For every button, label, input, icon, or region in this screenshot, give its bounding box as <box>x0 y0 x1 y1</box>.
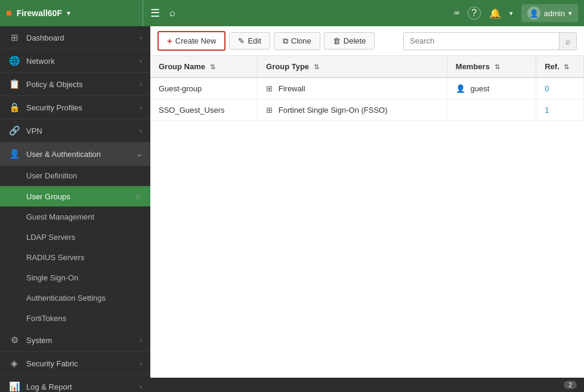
edit-label: Edit <box>248 36 261 45</box>
sidebar-item-guest-management[interactable]: Guest Management <box>0 207 150 227</box>
cell-members-2 <box>447 100 536 121</box>
clone-button[interactable]: ⧉ Clone <box>274 32 320 50</box>
clone-label: Clone <box>291 36 311 45</box>
policy-chevron: › <box>140 81 142 88</box>
cell-members-1: 👤 guest <box>447 78 536 100</box>
help-icon[interactable]: ? <box>468 7 481 20</box>
fortinet-icon: ■ <box>6 8 12 18</box>
fortitokens-label: FortiTokens <box>26 314 66 323</box>
toolbar: + Create New ✎ Edit ⧉ Clone 🗑 Delete ⌕ <box>150 26 584 56</box>
col-header-members[interactable]: Members ⇅ <box>447 56 536 78</box>
user-groups-star-icon[interactable]: ☆ <box>134 192 142 201</box>
bell-icon[interactable]: 🔔 <box>489 8 501 19</box>
sidebar-label-security-fabric: Security Fabric <box>26 359 134 368</box>
sidebar-item-policy[interactable]: 📋 Policy & Objects › <box>0 73 150 96</box>
sidebar-label-log-report: Log & Report <box>26 382 134 391</box>
plus-icon: + <box>167 36 172 46</box>
sidebar-item-security-profiles[interactable]: 🔒 Security Profiles › <box>0 96 150 119</box>
bell-chevron[interactable]: ▾ <box>509 10 513 17</box>
network-icon: 🌐 <box>8 55 20 66</box>
security-fabric-icon: ◈ <box>8 358 20 369</box>
col-header-ref[interactable]: Ref. ⇅ <box>536 56 584 78</box>
data-table: Group Name ⇅ Group Type ⇅ Members ⇅ Re <box>150 56 584 121</box>
group-type-label-1: Firewall <box>279 84 305 93</box>
sort-ref-icon: ⇅ <box>564 63 569 70</box>
search-button[interactable]: ⌕ <box>559 33 576 50</box>
edit-button[interactable]: ✎ Edit <box>229 32 270 50</box>
sidebar-label-security-profiles: Security Profiles <box>26 103 134 112</box>
ref-link-2[interactable]: 1 <box>545 106 549 115</box>
nav-search-icon[interactable]: ⌕ <box>167 5 178 21</box>
sidebar-item-user-definition[interactable]: User Definition <box>0 166 150 186</box>
dashboard-chevron: › <box>140 34 142 41</box>
cell-group-name-1: Guest-group <box>150 78 258 100</box>
sidebar-item-auth-settings[interactable]: Authentication Settings <box>0 288 150 308</box>
sidebar-item-network[interactable]: 🌐 Network › <box>0 50 150 73</box>
nav-right-section: ⌨ ? 🔔 ▾ 👤 admin ▾ <box>454 4 578 22</box>
sidebar-item-security-fabric[interactable]: ◈ Security Fabric › <box>0 352 150 375</box>
system-chevron: › <box>140 337 142 344</box>
table-header: Group Name ⇅ Group Type ⇅ Members ⇅ Re <box>150 56 584 78</box>
single-sign-on-label: Single Sign-On <box>26 273 78 282</box>
auth-settings-label: Authentication Settings <box>26 294 106 303</box>
row-count-badge: 2 <box>564 381 577 389</box>
col-header-group-type[interactable]: Group Type ⇅ <box>258 56 447 78</box>
edit-icon: ✎ <box>238 36 245 45</box>
sidebar-item-ldap-servers[interactable]: LDAP Servers <box>0 227 150 248</box>
sidebar-item-single-sign-on[interactable]: Single Sign-On <box>0 268 150 288</box>
delete-button[interactable]: 🗑 Delete <box>324 32 375 50</box>
security-fabric-chevron: › <box>140 360 142 367</box>
table-row[interactable]: SSO_Guest_Users ⊞ Fortinet Single Sign-O… <box>150 100 584 121</box>
admin-label: admin <box>544 9 565 18</box>
vpn-icon: 🔗 <box>8 125 20 136</box>
system-icon: ⚙ <box>8 335 20 345</box>
sidebar-item-system[interactable]: ⚙ System › <box>0 329 150 352</box>
log-report-icon: 📊 <box>8 381 20 392</box>
search-icon: ⌕ <box>566 36 570 46</box>
security-profiles-icon: 🔒 <box>8 102 20 113</box>
group-type-icon-1: ⊞ <box>266 84 273 93</box>
table-row[interactable]: Guest-group ⊞ Firewall 👤 guest 0 <box>150 78 584 100</box>
group-type-icon-2: ⊞ <box>266 106 273 115</box>
search-box: ⌕ <box>403 32 577 50</box>
sidebar-item-log-report[interactable]: 📊 Log & Report › <box>0 375 150 392</box>
user-auth-chevron: ⌄ <box>137 150 142 158</box>
table-body: Guest-group ⊞ Firewall 👤 guest 0 <box>150 78 584 121</box>
create-new-button[interactable]: + Create New <box>157 31 225 51</box>
cell-ref-1: 0 <box>536 78 584 100</box>
sidebar-label-vpn: VPN <box>26 126 134 135</box>
network-chevron: › <box>140 57 142 64</box>
sidebar-item-user-groups[interactable]: User Groups ☆ <box>0 186 150 207</box>
user-definition-label: User Definition <box>26 171 77 180</box>
terminal-icon[interactable]: ⌨ <box>454 8 459 18</box>
sidebar-item-radius-servers[interactable]: RADIUS Servers <box>0 248 150 268</box>
admin-button[interactable]: 👤 admin ▾ <box>521 4 578 22</box>
guest-management-label: Guest Management <box>26 212 94 221</box>
policy-icon: 📋 <box>8 79 20 89</box>
sort-members-icon: ⇅ <box>495 63 500 70</box>
sort-group-name-icon: ⇅ <box>210 63 215 70</box>
status-bar: 2 <box>150 378 584 392</box>
sidebar-item-vpn[interactable]: 🔗 VPN › <box>0 119 150 143</box>
cell-group-type-1: ⊞ Firewall <box>258 78 447 100</box>
ref-link-1[interactable]: 0 <box>545 84 549 93</box>
sidebar-item-dashboard[interactable]: ⊞ Dashboard › <box>0 26 150 50</box>
sidebar-label-system: System <box>26 336 134 345</box>
search-input[interactable] <box>404 33 559 49</box>
cell-group-name-2: SSO_Guest_Users <box>150 100 258 121</box>
vpn-chevron: › <box>140 127 142 134</box>
device-name[interactable]: Firewall60F <box>17 8 62 18</box>
device-chevron[interactable]: ▾ <box>67 9 70 17</box>
sidebar-item-fortitokens[interactable]: FortiTokens <box>0 308 150 329</box>
top-navigation: ■ Firewall60F ▾ ☰ ⌕ ⌨ ? 🔔 ▾ 👤 admin ▾ <box>0 0 584 26</box>
delete-icon: 🗑 <box>333 36 341 45</box>
radius-servers-label: RADIUS Servers <box>26 253 85 262</box>
member-icon-1: 👤 <box>456 84 465 93</box>
delete-label: Delete <box>344 36 366 45</box>
sidebar-label-dashboard: Dashboard <box>26 33 134 42</box>
security-profiles-chevron: › <box>140 104 142 111</box>
hamburger-icon[interactable]: ☰ <box>148 4 162 22</box>
sidebar-item-user-auth[interactable]: 👤 User & Authentication ⌄ <box>0 143 150 166</box>
col-header-group-name[interactable]: Group Name ⇅ <box>150 56 258 78</box>
sidebar: ⊞ Dashboard › 🌐 Network › 📋 Policy & Obj… <box>0 26 150 392</box>
